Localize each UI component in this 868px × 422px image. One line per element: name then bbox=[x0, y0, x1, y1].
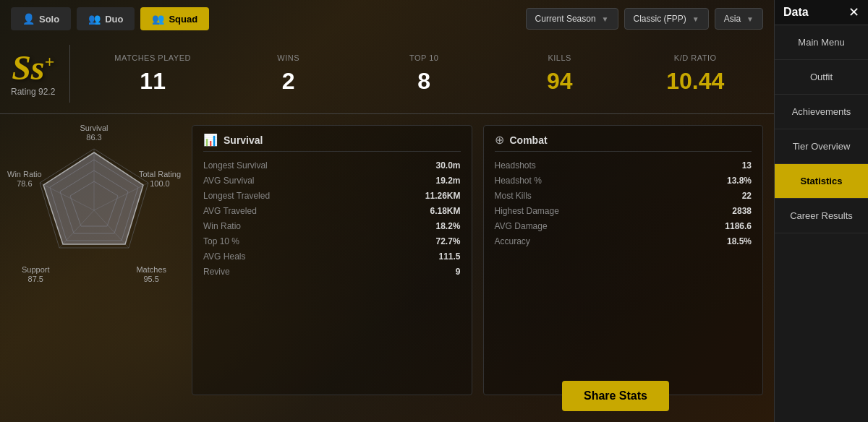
duo-icon: 👥 bbox=[88, 13, 101, 25]
matches-played-stat: Matches Played 11 bbox=[85, 50, 221, 98]
survival-panel-header: 📊 Survival bbox=[203, 133, 461, 152]
radar-total-rating-label: Total Rating100.0 bbox=[139, 170, 181, 189]
rating-label: Rating 92.2 bbox=[11, 87, 55, 97]
mode-dropdown-arrow: ▼ bbox=[692, 15, 699, 23]
share-stats-button[interactable]: Share Stats bbox=[562, 381, 669, 411]
top-bar: 👤 Solo 👥 Duo 👥 Squad Current Season ▼ Cl… bbox=[0, 0, 774, 38]
stats-detail: 📊 Survival Longest Survival 30.0m AVG Su… bbox=[192, 125, 763, 395]
sidebar-item-career-results[interactable]: Career Results bbox=[775, 199, 868, 233]
stats-header: Ss+ Rating 92.2 Matches Played 11 Wins 2… bbox=[0, 38, 774, 114]
avg-heals-row: AVG Heals 111.5 bbox=[203, 251, 461, 262]
region-dropdown[interactable]: Asia ▼ bbox=[715, 8, 763, 30]
duo-button[interactable]: 👥 Duo bbox=[77, 7, 135, 30]
combat-panel-header: ⊕ Combat bbox=[495, 133, 752, 152]
sidebar: Data ✕ Main Menu Outfit Achievements Tie… bbox=[774, 0, 868, 422]
longest-survival-row: Longest Survival 30.0m bbox=[203, 160, 461, 171]
avg-traveled-row: AVG Traveled 6.18KM bbox=[203, 206, 461, 216]
radar-matches-label: Matches95.5 bbox=[136, 265, 166, 284]
rank-text: Ss+ bbox=[12, 51, 54, 85]
sidebar-item-outfit[interactable]: Outfit bbox=[775, 60, 868, 95]
stat-divider bbox=[69, 45, 70, 103]
squad-icon: 👥 bbox=[152, 13, 164, 25]
sidebar-header: Data ✕ bbox=[775, 0, 868, 25]
region-dropdown-arrow: ▼ bbox=[746, 15, 754, 23]
survival-panel: 📊 Survival Longest Survival 30.0m AVG Su… bbox=[192, 125, 472, 395]
solo-icon: 👤 bbox=[22, 13, 35, 25]
revive-row: Revive 9 bbox=[203, 267, 461, 277]
accuracy-row: Accuracy 18.5% bbox=[495, 236, 752, 246]
radar-win-ratio-label: Win Ratio78.6 bbox=[7, 170, 42, 189]
sidebar-item-main-menu[interactable]: Main Menu bbox=[775, 25, 868, 60]
sidebar-item-tier-overview[interactable]: Tier Overview bbox=[775, 129, 868, 164]
win-ratio-row: Win Ratio 18.2% bbox=[203, 221, 461, 231]
sidebar-close-button[interactable]: ✕ bbox=[848, 6, 859, 19]
top10-pct-row: Top 10 % 72.7% bbox=[203, 236, 461, 246]
radar-survival-label: Survival86.3 bbox=[80, 124, 108, 142]
main-area: 👤 Solo 👥 Duo 👥 Squad Current Season ▼ Cl… bbox=[0, 0, 774, 422]
top10-stat: Top 10 8 bbox=[356, 50, 492, 98]
svg-marker-9 bbox=[43, 152, 143, 244]
highest-damage-row: Highest Damage 2838 bbox=[495, 206, 752, 216]
kd-ratio-stat: K/D Ratio 10.44 bbox=[627, 50, 763, 98]
radar-section: Survival86.3 Total Rating100.0 Matches95… bbox=[11, 125, 177, 395]
solo-button[interactable]: 👤 Solo bbox=[11, 7, 71, 30]
wins-stat: Wins 2 bbox=[221, 50, 357, 98]
kills-stat: Kills 94 bbox=[492, 50, 628, 98]
headshot-pct-row: Headshot % 13.8% bbox=[495, 176, 752, 186]
season-dropdown-arrow: ▼ bbox=[602, 15, 609, 23]
radar-support-label: Support87.5 bbox=[22, 265, 50, 284]
sidebar-item-achievements[interactable]: Achievements bbox=[775, 95, 868, 129]
season-dropdown[interactable]: Current Season ▼ bbox=[526, 8, 618, 30]
survival-icon: 📊 bbox=[203, 133, 218, 147]
bottom-bar: Share Stats bbox=[562, 381, 669, 411]
stats-grid: Matches Played 11 Wins 2 Top 10 8 Kills … bbox=[85, 50, 763, 98]
most-kills-row: Most Kills 22 bbox=[495, 191, 752, 201]
combat-icon: ⊕ bbox=[495, 133, 504, 147]
longest-traveled-row: Longest Traveled 11.26KM bbox=[203, 191, 461, 201]
radar-svg bbox=[22, 138, 166, 283]
squad-button[interactable]: 👥 Squad bbox=[140, 7, 209, 30]
sidebar-title: Data bbox=[783, 6, 809, 19]
mode-dropdown[interactable]: Classic (FPP) ▼ bbox=[624, 8, 709, 30]
rank-badge: Ss+ Rating 92.2 bbox=[11, 51, 55, 97]
sidebar-item-statistics[interactable]: Statistics bbox=[775, 164, 868, 199]
avg-survival-row: AVG Survival 19.2m bbox=[203, 176, 461, 186]
radar-chart: Survival86.3 Total Rating100.0 Matches95… bbox=[14, 125, 174, 284]
main-content: Survival86.3 Total Rating100.0 Matches95… bbox=[0, 114, 774, 406]
avg-damage-row: AVG Damage 1186.6 bbox=[495, 221, 752, 231]
combat-panel: ⊕ Combat Headshots 13 Headshot % 13.8% M… bbox=[483, 125, 764, 395]
headshots-row: Headshots 13 bbox=[495, 160, 752, 171]
